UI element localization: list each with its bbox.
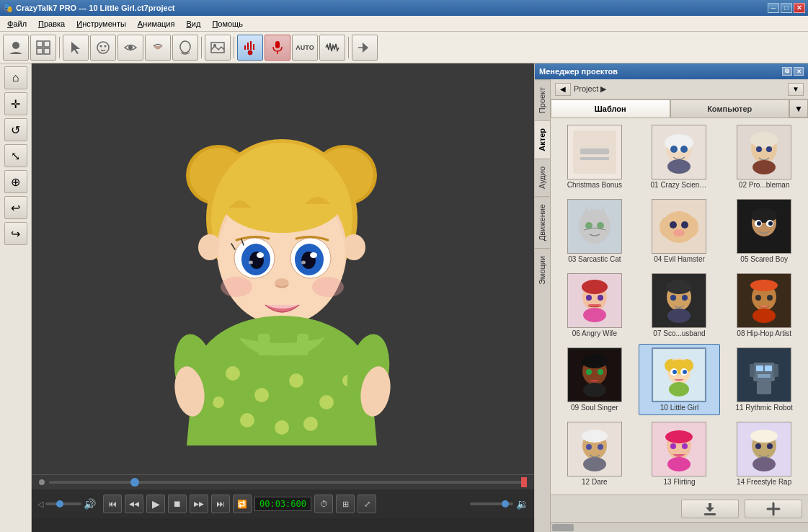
sep2 [201,37,202,58]
home-button[interactable]: ⌂ [4,66,27,89]
zoom-track[interactable] [470,502,513,505]
tab-emotion[interactable]: Эмоции [535,248,550,292]
add-button[interactable] [745,500,802,518]
title-bar-left: 🎭 CrazyTalk7 PRO --- 10 Little Girl.ct7p… [3,4,174,13]
time-display: 00:03:600 [254,497,311,511]
time-settings-button[interactable]: ⏱ [314,495,333,513]
list-item[interactable]: 09 Soul Singer [554,344,636,415]
scrubber-handle[interactable] [130,478,139,487]
list-item[interactable]: 13 Flirting [639,418,721,489]
undo-button[interactable]: ↩ [4,196,27,219]
svg-point-47 [226,366,240,381]
timeline-area: ◁ 🔊 ⏮ ◀◀ ▶ ⏹ ▶▶ ⏭ 🔁 00:03:600 ⏱ [32,474,534,532]
menu-view[interactable]: Вид [180,16,206,31]
menu-file[interactable]: Файл [1,16,32,31]
redo-button[interactable]: ↪ [4,222,27,245]
tab-project[interactable]: Проект [535,79,550,120]
svg-point-67 [670,146,678,153]
svg-point-8 [128,45,133,50]
volume-track[interactable] [45,502,81,505]
rewind-to-start-button[interactable]: ⏮ [103,495,122,513]
move-button[interactable]: ✛ [4,92,27,115]
stop-button[interactable]: ⏹ [168,495,187,513]
tab-template[interactable]: Шаблон [551,99,670,118]
mic-button[interactable] [265,35,290,61]
canvas-area[interactable]: ◁ 🔊 ⏮ ◀◀ ▶ ⏹ ▶▶ ⏭ 🔁 00:03:600 ⏱ [32,63,534,532]
mouth-button[interactable] [145,35,171,61]
list-item[interactable]: 02 Pro...bleman [723,121,805,192]
svg-point-49 [289,373,303,388]
list-item[interactable]: 01 Crazy Scientist [639,121,721,192]
loop-button[interactable]: 🔁 [233,495,252,513]
face-button[interactable] [90,35,116,61]
list-item[interactable]: 07 Sco...usband [639,270,721,341]
panel-float-button[interactable]: ⧉ [782,67,792,76]
waveform-button[interactable] [319,35,345,61]
grid-button[interactable] [30,35,56,61]
actor-button[interactable] [3,35,29,61]
scrubber-start-marker[interactable] [39,479,45,485]
svg-point-53 [303,417,318,431]
menu-animation[interactable]: Анимация [132,16,181,31]
svg-point-50 [319,395,334,409]
svg-point-41 [301,261,306,265]
eye-button[interactable] [117,35,143,61]
list-item[interactable]: Christmas Bonus [554,121,636,192]
tab-actor[interactable]: Актер [535,120,550,159]
svg-point-94 [768,221,773,226]
list-item[interactable]: 11 Rythmic Robot [723,344,805,415]
cursor-button[interactable] [63,35,89,61]
list-item[interactable]: 08 Hip-Hop Artist [723,270,805,341]
scale-button[interactable]: ⤡ [4,144,27,167]
filter-button[interactable]: ▼ [789,99,808,118]
panel-title-controls[interactable]: ⧉ ✕ [782,67,804,76]
expand-button[interactable]: ⤢ [358,495,376,513]
record-button[interactable] [237,35,263,61]
list-item[interactable]: 04 Evil Hamster [639,195,721,267]
list-item[interactable]: 03 Sarcastic Cat [554,195,636,267]
svg-point-87 [673,229,685,236]
list-item[interactable]: 05 Scared Boy [723,195,805,267]
minimize-button[interactable]: ─ [768,3,779,13]
list-item[interactable]: 10 Little Girl [639,344,721,415]
forward-step-button[interactable]: ▶▶ [190,495,208,513]
export-button[interactable] [352,35,378,61]
tab-audio[interactable]: Аудио [535,159,550,196]
volume-handle[interactable] [56,500,63,507]
svg-point-9 [180,41,190,53]
menu-edit[interactable]: Правка [32,16,71,31]
list-item[interactable]: 06 Angry Wife [554,270,636,341]
close-button[interactable]: ✕ [794,3,805,13]
scrubber-track[interactable] [49,481,527,484]
scroll-left-button[interactable] [552,524,574,531]
list-item[interactable]: 14 Freestyle Rap [723,418,805,489]
menu-help[interactable]: Помощь [206,16,249,31]
resize-view-button[interactable]: ⊞ [336,495,355,513]
head-button[interactable] [172,35,198,61]
download-button[interactable] [681,500,739,518]
timeline-scrubber[interactable] [32,475,534,489]
item-grid-container[interactable]: Christmas Bonus 01 Crazy Scientist [551,118,808,495]
zoom-handle[interactable] [502,500,509,507]
back-step-button[interactable]: ◀◀ [125,495,143,513]
zoom-button[interactable]: ⊕ [4,170,27,193]
panel-close-button[interactable]: ✕ [794,67,804,76]
panel-footer [551,495,808,522]
forward-to-end-button[interactable]: ⏭ [211,495,230,513]
title-bar-controls[interactable]: ─ □ ✕ [768,3,805,13]
svg-point-5 [97,42,109,53]
nav-dropdown-button[interactable]: ▼ [788,83,804,96]
rotate-button[interactable]: ↺ [4,118,27,141]
maximize-button[interactable]: □ [781,3,792,13]
menu-tools[interactable]: Инструменты [71,16,132,31]
image-button[interactable] [205,35,231,61]
item-label: 02 Pro...bleman [739,181,790,189]
tab-motion[interactable]: Движение [535,196,550,248]
play-button[interactable]: ▶ [146,495,165,513]
transport-bar: ◁ 🔊 ⏮ ◀◀ ▶ ⏹ ▶▶ ⏭ 🔁 00:03:600 ⏱ [32,489,534,518]
auto-button[interactable]: AUTO [292,35,318,61]
item-thumbnail [567,125,622,179]
tab-computer[interactable]: Компьютер [670,99,790,118]
list-item[interactable]: 12 Dare [554,418,636,489]
nav-back-button[interactable]: ◀ [555,83,571,96]
